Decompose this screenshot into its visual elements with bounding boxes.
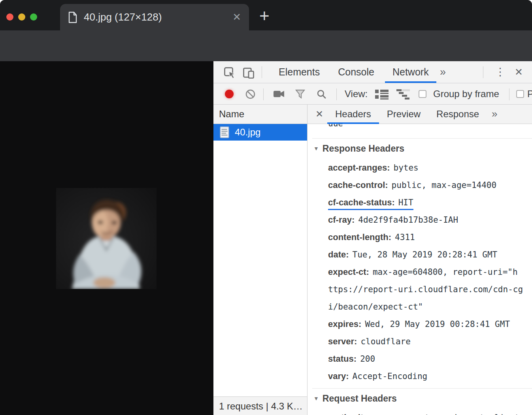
preserve-log-checkbox[interactable] [516, 90, 524, 98]
preserve-log-label-clipped: Preserve log [527, 83, 532, 104]
devtools-tab-network[interactable]: Network [383, 61, 438, 83]
traffic-lights [6, 13, 37, 21]
header-row: date:Tue, 28 May 2019 20:28:41 GMT [328, 246, 532, 263]
devtools-tab-console[interactable]: Console [329, 61, 383, 83]
devtools-close-icon[interactable]: ✕ [515, 61, 523, 83]
details-tab-bar: ✕ HeadersPreviewResponse » [308, 105, 532, 124]
header-key: expect-ct: [328, 267, 369, 277]
tab-strip: 40.jpg (127×128) ✕ + [0, 0, 532, 30]
header-value: serve-assets-workers-toolin-t [375, 413, 520, 415]
close-window-button[interactable] [6, 13, 13, 21]
search-icon[interactable] [317, 89, 326, 99]
header-key: accept-ranges: [328, 163, 390, 173]
name-column-header[interactable]: Name [213, 105, 307, 124]
filter-icon[interactable] [295, 89, 305, 99]
header-key: content-length: [328, 232, 391, 242]
browser-window: 40.jpg (127×128) ✕ + https:// /faces/40.… [0, 0, 532, 415]
minimize-window-button[interactable] [18, 13, 25, 21]
response-headers-section-title[interactable]: ▼Response Headers [313, 143, 532, 154]
header-value: ttps://report-uri.cloudflare.com/cdn-cg [328, 285, 523, 294]
network-toolbar: View: Group by frame Preserve log [213, 83, 532, 105]
devtools-panel: ElementsConsoleNetwork » ⋮ ✕ [213, 61, 532, 415]
header-value: Wed, 29 May 2019 00:28:41 GMT [365, 319, 510, 329]
details-more-tabs-icon[interactable]: » [492, 105, 497, 123]
header-row: server:cloudflare [328, 333, 532, 350]
header-key: cf-cache-status: [328, 197, 395, 207]
details-tab-response[interactable]: Response [428, 105, 487, 124]
header-row: cf-ray:4de2f9fa4b17b38e-IAH [328, 211, 532, 229]
network-body: Name 40.jpg 1 requests | 4.3 K… ✕ Header… [213, 105, 532, 415]
header-key: cache-control: [328, 180, 388, 190]
tab-title: 40.jpg (127×128) [84, 11, 162, 23]
divider [483, 66, 483, 78]
header-row-authority: :authority:serve-assets-workers-toolin-t [328, 409, 532, 415]
devtools-tab-bar: ElementsConsoleNetwork [270, 61, 438, 83]
scrolled-text-fragment: uue [328, 124, 532, 128]
collapse-arrow-icon: ▼ [313, 395, 319, 402]
requests-summary: 1 requests | 4.3 K… [213, 396, 307, 415]
header-value: Accept-Encoding [353, 372, 428, 381]
header-key: :authority: [328, 413, 371, 415]
document-icon [220, 126, 229, 138]
header-key: server: [328, 336, 357, 346]
request-headers-section-title[interactable]: ▼Request Headers [313, 392, 532, 404]
device-toolbar-icon[interactable] [243, 67, 255, 79]
header-value: max-age=604800, report-uri="h [373, 267, 518, 277]
header-value: HIT [398, 198, 413, 207]
header-value: bytes [394, 163, 419, 173]
header-key: vary: [328, 371, 349, 381]
header-row: expires:Wed, 29 May 2019 00:28:41 GMT [328, 315, 532, 333]
divider [262, 66, 262, 78]
header-row: ttps://report-uri.cloudflare.com/cdn-cg [328, 281, 532, 298]
header-key: expires: [328, 319, 361, 329]
header-row: content-length:4311 [328, 229, 532, 246]
clear-icon[interactable] [245, 89, 255, 99]
tab-close-icon[interactable]: ✕ [232, 11, 241, 23]
response-headers-list: accept-ranges:bytescache-control:public,… [328, 159, 532, 385]
header-key: status: [328, 354, 357, 364]
capture-screenshots-icon[interactable] [274, 90, 285, 98]
details-tab-preview[interactable]: Preview [379, 105, 428, 124]
new-tab-button[interactable]: + [259, 7, 270, 24]
header-value: 200 [360, 354, 375, 364]
inspect-element-icon[interactable] [224, 67, 236, 79]
group-by-frame-label: Group by frame [433, 83, 499, 104]
header-key: cf-ray: [328, 215, 355, 225]
header-value: cloudflare [360, 337, 410, 346]
list-view-icon[interactable] [375, 89, 389, 100]
underline-highlight: cf-cache-status:HIT [328, 197, 413, 210]
record-network-log-button[interactable] [225, 90, 234, 98]
browser-toolbar: https:// /faces/40.jpg [0, 30, 532, 61]
header-value: 4de2f9fa4b17b38e-IAH [358, 215, 458, 225]
page-favicon-icon [68, 11, 77, 23]
group-by-frame-checkbox[interactable] [419, 90, 426, 98]
requests-panel: Name 40.jpg 1 requests | 4.3 K… [213, 105, 308, 415]
header-row: expect-ct:max-age=604800, report-uri="h [328, 263, 532, 281]
header-value: i/beacon/expect-ct" [328, 302, 423, 312]
browser-tab[interactable]: 40.jpg (127×128) ✕ [60, 4, 249, 30]
request-details-panel: ✕ HeadersPreviewResponse » uue ▼Response… [308, 105, 532, 415]
details-tab-headers[interactable]: Headers [327, 105, 379, 124]
overview-waterfall-icon[interactable] [396, 89, 411, 100]
header-key: date: [328, 250, 349, 259]
request-name: 40.jpg [235, 127, 260, 138]
header-row: vary:Accept-Encoding [328, 368, 532, 385]
more-tabs-icon[interactable]: » [440, 61, 446, 83]
header-value: Tue, 28 May 2019 20:28:41 GMT [353, 250, 498, 259]
header-value: 4311 [395, 233, 415, 242]
header-row: cf-cache-status:HIT [328, 194, 532, 211]
header-value: public, max-age=14400 [392, 180, 497, 190]
header-row: i/beacon/expect-ct" [328, 298, 532, 315]
header-row: accept-ranges:bytes [328, 159, 532, 177]
collapse-arrow-icon: ▼ [313, 145, 319, 152]
maximize-window-button[interactable] [30, 13, 37, 21]
header-row: cache-control:public, max-age=14400 [328, 177, 532, 194]
devtools-tab-elements[interactable]: Elements [270, 61, 329, 83]
headers-pane[interactable]: uue ▼Response Headers accept-ranges:byte… [308, 124, 532, 415]
devtools-menu-icon[interactable]: ⋮ [495, 61, 506, 83]
divider [509, 88, 509, 100]
devtools-main-bar: ElementsConsoleNetwork » ⋮ ✕ [213, 61, 532, 83]
page-content [0, 61, 213, 415]
details-close-icon[interactable]: ✕ [315, 105, 323, 123]
request-row-40jpg[interactable]: 40.jpg [213, 124, 307, 141]
